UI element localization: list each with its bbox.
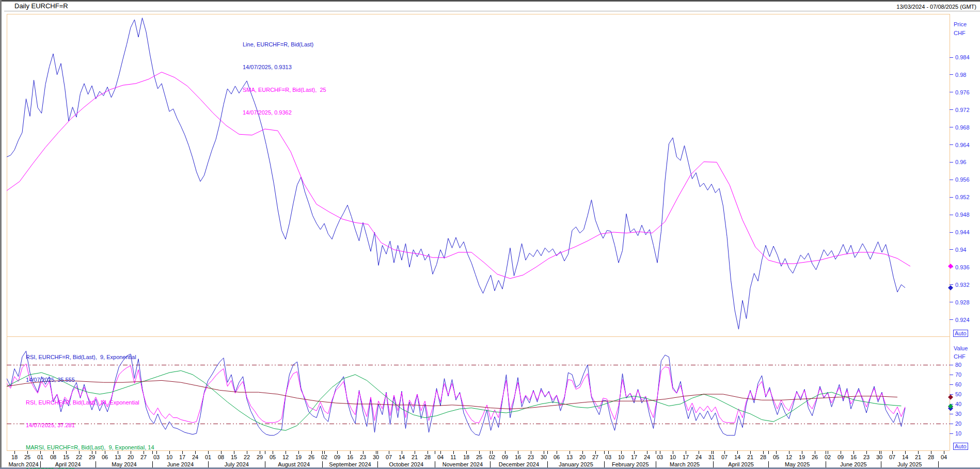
- series-sma-eurchf-r-bid-last-25: [7, 72, 910, 279]
- month-label: July 2024: [225, 461, 249, 467]
- month-label: November 2024: [442, 461, 483, 467]
- date-tick-label: 19: [799, 454, 805, 460]
- date-tick-label: 16: [347, 454, 353, 460]
- price-tick-label: 0.984: [955, 54, 970, 60]
- price-tick-label: 0.944: [955, 229, 970, 235]
- main-auto-button[interactable]: Auto: [953, 330, 968, 337]
- date-tick-label: 03: [605, 454, 611, 460]
- date-tick-label: 11: [450, 454, 456, 460]
- date-tick-label: 28: [424, 454, 431, 460]
- month-label: June 2024: [167, 461, 194, 467]
- date-tick-label: 01: [205, 454, 211, 460]
- value-tick-label: 40: [955, 401, 961, 407]
- legend-marsi9[interactable]: MARSI, EURCHF=R, Bid(Last), 9, Exponenti…: [26, 444, 157, 451]
- rsi-auto-button[interactable]: Auto: [953, 443, 968, 450]
- value-tick-label: 70: [955, 371, 961, 378]
- series-line-eurchf-r-bid-last-: [7, 18, 905, 329]
- date-tick-label: 10: [670, 454, 676, 460]
- chart-window: Daily EURCHF=R 13/03/2024 - 07/08/2025 (…: [0, 0, 980, 469]
- date-tick-label: 25: [476, 454, 482, 460]
- month-label: January 2025: [559, 461, 593, 467]
- date-tick-label: 22: [244, 454, 250, 460]
- price-tick-label: 0.96: [955, 159, 966, 165]
- date-tick-label: 14: [902, 454, 908, 460]
- date-tick-label: 17: [631, 454, 637, 460]
- legend-rsi9-value: 14/07/2025, 35.555: [26, 376, 157, 384]
- date-tick-label: 28: [928, 454, 934, 460]
- date-tick-label: 29: [257, 454, 263, 460]
- legend-rsi9[interactable]: RSI, EURCHF=R, Bid(Last), 9, Exponential: [26, 353, 157, 361]
- price-axis-title: Price: [954, 21, 967, 27]
- price-tick-label: 0.968: [955, 124, 970, 131]
- date-tick-label: 17: [179, 454, 185, 460]
- date-tick-label: 09: [502, 454, 508, 460]
- date-tick-label: 10: [166, 454, 172, 460]
- legend-line-price[interactable]: Line, EURCHF=R, Bid(Last): [243, 41, 326, 48]
- date-tick-label: 07: [386, 454, 392, 460]
- value-axis-unit: CHF: [954, 353, 966, 360]
- date-tick-label: 14: [734, 454, 740, 460]
- date-tick-label: 20: [579, 454, 586, 460]
- date-tick-label: 21: [915, 454, 921, 460]
- legend-rsi14[interactable]: RSI, EURCHF=R, Bid(Last), 14, Exponentia…: [26, 399, 157, 407]
- date-tick-label: 04: [437, 454, 444, 460]
- date-tick-label: 12: [282, 454, 289, 460]
- date-tick-label: 21: [412, 454, 418, 460]
- month-label: July 2025: [897, 461, 922, 467]
- date-tick-label: 23: [863, 454, 870, 460]
- price-tick-label: 0.972: [955, 107, 970, 113]
- value-last-marker-0: [948, 395, 953, 400]
- date-tick-label: 02: [489, 454, 495, 460]
- date-tick-label: 16: [515, 454, 521, 460]
- date-tick-label: 13: [566, 454, 573, 460]
- legend-marsi9-value: 14/07/2025, 37.579: [26, 466, 157, 469]
- date-tick-label: 05: [270, 454, 276, 460]
- date-tick-label: 07: [889, 454, 895, 460]
- date-tick-label: 07: [721, 454, 728, 460]
- date-tick-label: 24: [696, 454, 702, 460]
- date-tick-label: 09: [334, 454, 340, 460]
- date-tick-label: 12: [786, 454, 792, 460]
- date-tick-label: 03: [657, 454, 663, 460]
- price-tick-label: 0.956: [955, 176, 970, 183]
- month-label: September 2024: [329, 461, 371, 467]
- price-tick-label: 0.94: [955, 247, 966, 253]
- date-tick-label: 27: [592, 454, 598, 460]
- month-label: June 2025: [840, 461, 866, 467]
- value-tick-label: 20: [955, 421, 961, 427]
- date-tick-label: 30: [373, 454, 379, 460]
- date-tick-label: 30: [541, 454, 547, 460]
- month-label: December 2024: [499, 461, 539, 467]
- month-label: February 2025: [612, 461, 649, 467]
- date-tick-label: 26: [812, 454, 818, 460]
- date-tick-label: 02: [825, 454, 831, 460]
- date-tick-label: 04: [941, 454, 947, 460]
- date-tick-label: 02: [321, 454, 327, 460]
- value-tick-label: 50: [955, 391, 961, 397]
- legend-sma-value: 14/07/2025, 0.9362: [243, 109, 326, 117]
- date-tick-label: 28: [760, 454, 766, 460]
- price-tick-label: 0.932: [955, 282, 970, 288]
- date-tick-label: 24: [644, 454, 650, 460]
- month-label: April 2025: [728, 461, 754, 467]
- date-tick-label: 31: [708, 454, 715, 460]
- value-tick-label: 30: [955, 411, 961, 417]
- legend-sma[interactable]: SMA, EURCHF=R, Bid(Last), 25: [243, 86, 326, 94]
- date-tick-label: 06: [554, 454, 560, 460]
- price-tick-label: 0.924: [955, 317, 970, 323]
- rsi-panel-legend: RSI, EURCHF=R, Bid(Last), 9, Exponential…: [26, 338, 157, 469]
- legend-rsi14-value: 14/07/2025, 37.281: [26, 422, 157, 429]
- date-tick-label: 15: [231, 454, 237, 460]
- price-last-marker-0: [948, 264, 953, 269]
- date-tick-label: 08: [218, 454, 224, 460]
- date-tick-label: 14: [399, 454, 405, 460]
- legend-line-price-value: 14/07/2025, 0.9313: [243, 63, 326, 71]
- date-tick-label: 21: [747, 454, 753, 460]
- price-tick-label: 0.936: [955, 264, 970, 270]
- date-tick-label: 23: [360, 454, 366, 460]
- date-tick-label: 18: [463, 454, 469, 460]
- price-tick-label: 0.98: [955, 72, 966, 78]
- date-tick-label: 30: [876, 454, 882, 460]
- price-tick-label: 0.952: [955, 194, 970, 200]
- date-tick-label: 18: [11, 454, 18, 460]
